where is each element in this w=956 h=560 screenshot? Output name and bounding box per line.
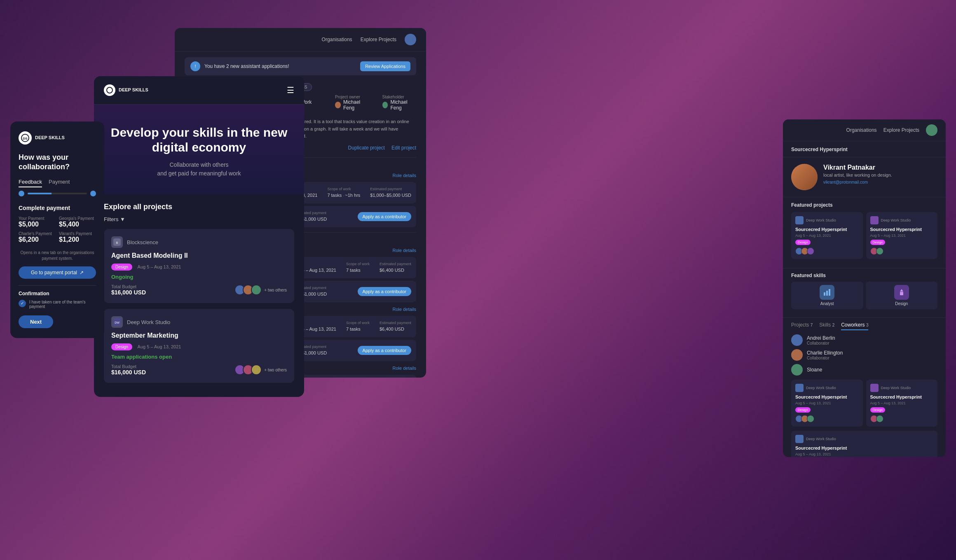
coworker-2-name: Sloane [807, 367, 822, 373]
featured-project-1-org: Deep Work Studio [881, 218, 911, 222]
hero-subtitle: Collaborate with others and get paid for… [104, 161, 294, 178]
tab-projects[interactable]: Projects 7 [791, 322, 813, 330]
nav-user-avatar[interactable] [405, 34, 416, 45]
duplicate-project-link[interactable]: Duplicate project [348, 145, 385, 151]
featured-project-0-avatars [795, 247, 859, 255]
avatar-1-2 [251, 364, 262, 375]
project-card-1-status: Team applications open [111, 354, 287, 360]
owner-avatar [335, 102, 341, 108]
your-payment-label: Your Payment [19, 216, 56, 221]
project-card-1-avatars: + two others [234, 364, 287, 375]
featured-project-0-dates: Aug 5 – Aug 13, 2021 [795, 233, 859, 238]
creative-role-details-link[interactable]: Role details [393, 173, 416, 178]
nav-organisations[interactable]: Organisations [322, 37, 352, 42]
next-button[interactable]: Next [19, 315, 53, 328]
coworker-project-1[interactable]: Deep Work Studio Sourcecred Hypersprint … [866, 380, 938, 427]
profile-avatar-large [791, 164, 818, 190]
coworker-0-avatar [791, 334, 803, 346]
filters-button[interactable]: Filters ▼ [104, 216, 294, 222]
profile-nav: Organisations Explore Projects [783, 119, 946, 141]
charlie-payment: Charlie's Payment $6,200 [19, 231, 56, 243]
opens-text: Opens in a new tab on the organisations … [19, 250, 96, 261]
project-card-0-name: Agent Based Modeling II [111, 252, 287, 259]
confirmation-text: I have taken care of the team's payment [29, 300, 96, 309]
coworker-0: Andrei Berlin Collaborator [791, 334, 937, 346]
featured-project-0[interactable]: Deep Work Studio Sourcecred Hypersprint … [791, 212, 863, 259]
project-card-0-meta: Design Aug 5 – Aug 13, 2021 [111, 263, 287, 271]
profile-nav-organisations[interactable]: Organisations [846, 127, 877, 133]
landing-logo-text: DEEP SKILLS [119, 87, 148, 93]
profile-sub: local artist, like working on design. [823, 172, 892, 178]
project-card-1-meta: Design Aug 5 – Aug 13, 2021 [111, 343, 287, 350]
budget-amount-0: $16,000 USD [111, 289, 146, 296]
tab-feedback[interactable]: Feedback [19, 179, 42, 187]
project-card-1: DW Deep Work Studio September Marketing … [104, 309, 294, 383]
meta-stakeholder: Stakeholder Michael Feng [382, 95, 417, 114]
tab-coworkers[interactable]: Coworkers 3 [841, 322, 868, 330]
tab-skills[interactable]: Skills 2 [819, 322, 834, 330]
featured-project-0-logo: Deep Work Studio [795, 216, 859, 224]
mini-av-1-1 [876, 247, 883, 255]
profile-tabs-row: Projects 7 Skills 2 Coworkers 3 [791, 322, 937, 330]
plus-others-1: + two others [264, 368, 287, 372]
nav-explore-projects[interactable]: Explore Projects [361, 37, 396, 42]
meta-owner: Project owner Michael Feng [335, 95, 369, 114]
featured-project-1[interactable]: Deep Work Studio Sourcecred Hypersprint … [866, 212, 938, 259]
skills-grid: Analyst Design [791, 282, 937, 309]
coworker-project-2[interactable]: Deep Work Studio Sourcecred Hypersprint … [791, 431, 937, 457]
profile-link[interactable]: vikrant@protonmail.com [823, 180, 892, 184]
project-card-1-dates: Aug 5 – Aug 13, 2021 [138, 344, 181, 349]
landing-logo: DEEP SKILLS [104, 84, 148, 96]
role-payment-andrei: Estimated payment $1,000–$5,000 USD [370, 187, 411, 198]
svg-point-2 [107, 87, 112, 93]
coworker-project-0[interactable]: Deep Work Studio Sourcecred Hypersprint … [791, 380, 863, 427]
svg-rect-7 [824, 292, 825, 296]
payment-title: How was your collaboration? [19, 153, 96, 172]
coworker-1-info: Charlie Ellington Collaborator [807, 350, 843, 360]
workshop-role-details-link[interactable]: Role details [393, 248, 416, 253]
edit-project-link[interactable]: Edit project [391, 145, 416, 151]
notification-text: You have 2 new assistant applications! [204, 63, 289, 69]
tab-coworkers-count: 3 [866, 323, 869, 327]
tab-projects-count: 7 [811, 323, 813, 327]
georgia-payment-amount: $5,400 [59, 221, 96, 228]
coworker-2-avatar [791, 364, 803, 376]
coworker-projects-list: Deep Work Studio Sourcecred Hypersprint … [791, 380, 937, 457]
svg-text:B: B [116, 241, 118, 244]
project-card-1-header: DW Deep Work Studio [111, 316, 287, 328]
profile-nav-explore[interactable]: Explore Projects [883, 127, 919, 133]
deepwork-logo: DW [111, 316, 123, 328]
role-scope-value: 7 tasks · ~1h hrs [327, 193, 360, 198]
coworker-2: Sloane [791, 364, 937, 376]
svg-rect-8 [826, 291, 828, 296]
profile-info: Vikrant Patnakar local artist, like work… [823, 164, 892, 184]
georgia-payment-label: Georgia's Payment [59, 216, 96, 221]
apply-product-button[interactable]: Apply as a contributor [358, 346, 411, 355]
product-role-details-link[interactable]: Role details [393, 307, 416, 312]
profile-nav-avatar[interactable] [926, 124, 937, 136]
review-applications-button[interactable]: Review Applications [360, 61, 410, 71]
stakeholder-avatar [382, 102, 388, 108]
coworker-0-info: Andrei Berlin Collaborator [807, 335, 835, 345]
vikrant-payment: Vikrant's Payment $1,200 [59, 231, 96, 243]
coworker-0-name: Andrei Berlin [807, 335, 835, 341]
payment-portal-button[interactable]: Go to payment portal ↗ [19, 266, 96, 279]
check-icon: ✓ [19, 300, 26, 307]
slider-track[interactable] [28, 193, 87, 194]
research-role-details-link[interactable]: Role details [393, 366, 416, 371]
profile-name: Vikrant Patnakar [823, 164, 892, 171]
project-card-0-tag: Design [111, 264, 132, 271]
skill-analyst-icon [820, 285, 834, 300]
budget-amount-1: $16,000 USD [111, 369, 146, 376]
coworker-projects-grid: Deep Work Studio Sourcecred Hypersprint … [791, 380, 937, 427]
notification-bar: ! You have 2 new assistant applications!… [185, 57, 416, 75]
featured-project-0-org: Deep Work Studio [806, 218, 836, 222]
hamburger-menu-icon[interactable]: ☰ [287, 85, 294, 95]
notification-left: ! You have 2 new assistant applications! [190, 61, 289, 71]
explore-section: Explore all projects Filters ▼ B Blocksc… [94, 194, 304, 397]
apply-workshop-button[interactable]: Apply as a contributor [358, 287, 411, 296]
apply-creative-button[interactable]: Apply as a contributor [358, 212, 411, 221]
your-payment-amount: $5,000 [19, 221, 56, 228]
coworker-0-role: Collaborator [807, 341, 835, 345]
tab-payment[interactable]: Payment [49, 179, 70, 187]
